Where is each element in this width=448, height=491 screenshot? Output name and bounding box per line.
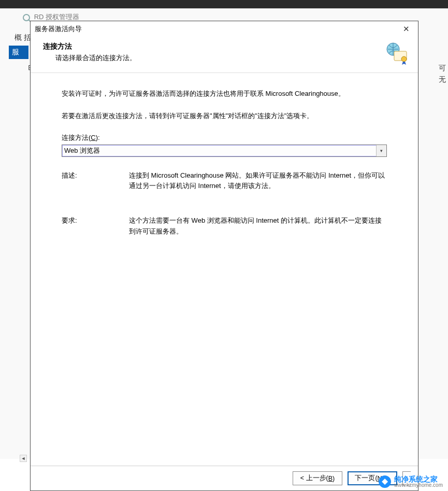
rd-bar-text: RD 授权管理器 <box>34 13 79 21</box>
description-label: 描述: <box>62 170 129 192</box>
sidebar-tab-label: 服 <box>12 48 19 57</box>
parent-window-strip <box>0 0 448 8</box>
wizard-heading: 连接方法 <box>43 42 406 51</box>
certificate-globe-icon <box>385 41 409 65</box>
close-button[interactable]: ✕ <box>397 23 415 35</box>
wizard-subheading: 请选择最合适的连接方法。 <box>55 53 406 63</box>
watermark-title: 纯净系统之家 <box>394 475 443 483</box>
watermark-logo-icon <box>379 475 391 488</box>
svg-point-2 <box>401 56 407 62</box>
wizard-footer: < 上一步(B) 下一页(N) > <box>31 466 418 490</box>
watermark: 纯净系统之家 www.kzmyhome.com <box>379 475 443 488</box>
sidebar-tab-selected[interactable]: 服 <box>9 46 28 59</box>
dialog-title: 服务器激活向导 <box>35 24 82 34</box>
wizard-body: 安装许可证时，为许可证服务器激活而选择的连接方法也将用于联系 Microsoft… <box>31 73 418 466</box>
close-icon: ✕ <box>403 24 410 34</box>
description-text: 连接到 Microsoft Clearinghouse 网站。如果许可证服务器不… <box>129 170 387 192</box>
requirements-text: 这个方法需要一台有 Web 浏览器和能访问 Internet 的计算机。此计算机… <box>129 215 387 237</box>
wizard-header: 连接方法 请选择最合适的连接方法。 <box>31 37 418 73</box>
info-paragraph-2: 若要在激活后更改连接方法，请转到许可证服务器"属性"对话框的"连接方法"选项卡。 <box>62 111 387 122</box>
magnifier-icon <box>23 14 30 21</box>
combo-selected-value: Web 浏览器 <box>64 146 100 155</box>
connection-method-label: 连接方法(C): <box>62 133 387 142</box>
dialog-titlebar: 服务器激活向导 ✕ <box>31 21 418 37</box>
overview-label: 概 括 <box>15 33 31 42</box>
info-paragraph-1: 安装许可证时，为许可证服务器激活而选择的连接方法也将用于联系 Microsoft… <box>62 89 387 99</box>
connection-method-combo[interactable]: Web 浏览器 ▾ <box>62 145 387 157</box>
right-column-clip: 可 无 <box>439 62 448 85</box>
scroll-left-button[interactable]: ◄ <box>20 455 27 462</box>
activation-wizard-dialog: 服务器激活向导 ✕ 连接方法 请选择最合适的连接方法。 安装许可证时，为许可证服… <box>30 21 418 491</box>
chevron-down-icon: ▾ <box>376 145 386 156</box>
watermark-url: www.kzmyhome.com <box>394 483 443 488</box>
requirements-label: 要求: <box>62 215 129 237</box>
back-button[interactable]: < 上一步(B) <box>293 471 342 485</box>
chevron-left-icon: ◄ <box>21 456 26 461</box>
